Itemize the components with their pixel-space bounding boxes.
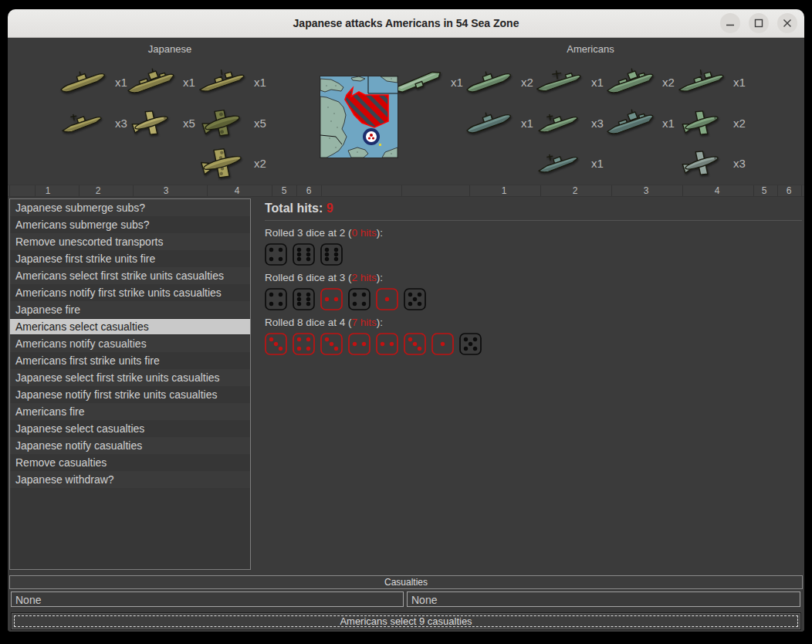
submarine-icon (58, 66, 109, 97)
unit-count: x1 (521, 117, 533, 130)
roll-label: Rolled 8 dice at 4 (7 hits): (265, 317, 802, 328)
unit-count: x1 (451, 76, 463, 89)
column-divider (9, 185, 10, 196)
unit-destroyer: x3 (58, 107, 127, 139)
window-title: Japanese attacks Americans in 54 Sea Zon… (293, 17, 519, 29)
unit-battleship: x1 (605, 107, 675, 139)
die-hit (376, 288, 398, 310)
roll-group: Rolled 8 dice at 4 (7 hits): (265, 317, 802, 355)
total-hits-value: 9 (326, 202, 333, 215)
unit-fighter: x2 (676, 107, 746, 139)
submarine-icon (464, 107, 515, 138)
unit-battleship: x1 (126, 66, 195, 98)
total-hits-label: Total hits: (265, 202, 323, 215)
unit-fighter: x3 (676, 147, 746, 179)
unit-count: x2 (733, 117, 746, 130)
fighter-icon (676, 107, 727, 138)
battle-step-row: Americans select casualties (10, 318, 250, 335)
battle-step-row: Japanese withdraw? (10, 471, 250, 488)
unit-count: x5 (183, 117, 195, 130)
battle-step-row: Americans submerge subs? (10, 216, 250, 233)
column-divider (682, 185, 683, 196)
battle-map-thumbnail (320, 76, 398, 158)
unit-count: x1 (254, 76, 266, 89)
column-divider (321, 185, 322, 196)
unit-count: x2 (254, 157, 266, 170)
die-miss (459, 333, 482, 355)
roll-group: Rolled 3 dice at 2 (0 hits): (265, 227, 802, 266)
die-hit (320, 288, 343, 310)
battle-step-row: Remove unescorted transports (10, 233, 250, 250)
combat-value-label: 6 (306, 185, 312, 196)
column-divider (207, 185, 208, 196)
battle-step-row: Americans notify first strike units casu… (10, 284, 250, 301)
combat-value-label: 3 (164, 185, 169, 196)
battle-step-row: Remove casualties (10, 454, 250, 471)
die-hit (320, 333, 343, 355)
minimize-button[interactable] (720, 13, 740, 33)
window-controls (720, 13, 797, 33)
unit-count: x2 (521, 76, 533, 89)
die-hit (376, 333, 398, 355)
combat-value-label: 2 (573, 185, 578, 196)
combat-value-label: 4 (715, 185, 720, 196)
unit-cruiser: x1 (676, 66, 746, 98)
die-hit (265, 333, 287, 355)
column-divider (801, 185, 802, 196)
combat-value-label: 5 (282, 185, 287, 196)
cruiser-icon (197, 66, 248, 97)
maximize-button[interactable] (749, 13, 769, 33)
unit-count: x1 (662, 117, 675, 130)
attacker-name-label: Japanese (108, 43, 232, 55)
battle-step-row: Japanese select first strike units casua… (10, 369, 250, 386)
die-miss (265, 243, 287, 266)
titlebar[interactable]: Japanese attacks Americans in 54 Sea Zon… (8, 9, 804, 38)
battle-step-row: Japanese notify casualties (10, 437, 250, 454)
battle-step-row: Japanese submerge subs? (10, 199, 250, 216)
battle-step-row: Americans fire (10, 403, 250, 420)
column-divider (401, 185, 402, 196)
total-hits: Total hits: 9 (265, 200, 802, 221)
unit-count: x1 (591, 157, 604, 170)
unit-carrier: x1 (394, 66, 463, 98)
defender-casualties-value: None (407, 591, 800, 607)
unit-tactical-bomber: x5 (197, 107, 266, 139)
battleship-icon (605, 107, 656, 138)
cruiser-icon (676, 66, 727, 97)
carrier-icon (394, 66, 445, 97)
die-miss (348, 288, 370, 310)
defender-name-label: Americans (529, 43, 652, 55)
column-divider (133, 185, 134, 196)
column-divider (272, 185, 272, 196)
column-divider (35, 185, 36, 196)
maximize-icon (754, 19, 763, 28)
unit-count: x1 (733, 76, 746, 89)
dice-row (265, 243, 802, 266)
die-miss (404, 288, 426, 310)
combat-value-label: 1 (46, 185, 51, 196)
unit-destroyer: x3 (534, 107, 604, 139)
close-button[interactable] (777, 13, 797, 33)
combat-value-strip: 123456123456 (8, 185, 804, 197)
battle-step-row: Japanese select casualties (10, 420, 250, 437)
roll-groups: Rolled 3 dice at 2 (0 hits): Rolled 6 di… (265, 227, 802, 355)
battle-window: Japanese attacks Americans in 54 Sea Zon… (8, 9, 804, 632)
destroyer-icon (534, 107, 585, 138)
battle-steps-list: Japanese submerge subs? Americans submer… (9, 198, 251, 570)
battleship-icon (126, 66, 177, 97)
battle-step-row: Americans select first strike units casu… (10, 267, 250, 284)
submarine-icon (464, 66, 515, 97)
combat-value-label: 3 (644, 185, 649, 196)
dice-results-panel: Total hits: 9 Rolled 3 dice at 2 (0 hits… (265, 200, 802, 355)
fighter-icon (126, 107, 177, 138)
unit-destroyer: x1 (534, 147, 604, 179)
unit-count: x1 (183, 76, 195, 89)
select-casualties-button[interactable]: Americans select 9 casualties (11, 612, 801, 630)
die-miss (293, 288, 315, 310)
combat-value-label: 5 (762, 185, 767, 196)
transport-icon (534, 66, 585, 97)
close-icon (783, 19, 792, 28)
combat-value-label: 4 (235, 185, 240, 196)
bomber-icon (197, 147, 248, 178)
destroyer-icon (534, 147, 585, 178)
